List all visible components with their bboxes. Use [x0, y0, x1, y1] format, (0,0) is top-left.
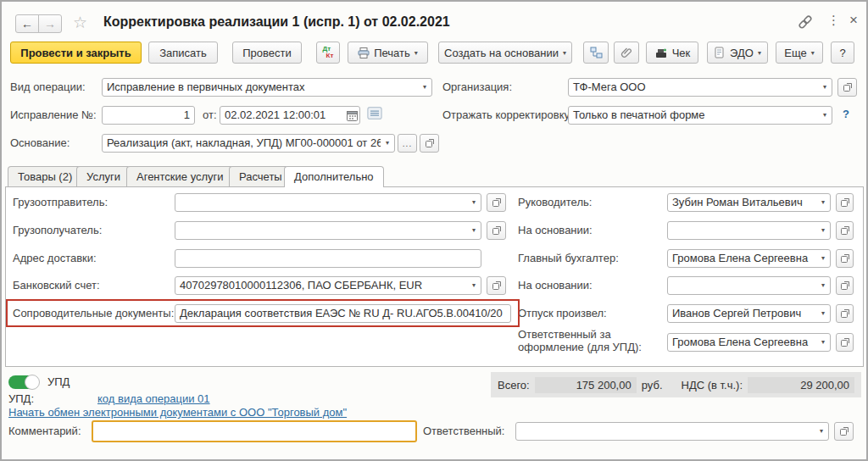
delivery-address-label: Адрес доставки: [13, 249, 97, 268]
back-arrow-icon: ← [21, 17, 33, 31]
chevron-down-icon[interactable]: ▾ [816, 250, 830, 267]
edo-button[interactable]: ЭДО ▾ [707, 42, 768, 64]
page-title: Корректировка реализации 1 (испр. 1) от … [103, 14, 450, 30]
upd-operation-code-link[interactable]: код вида операции 01 [97, 392, 210, 405]
responsible-field[interactable]: ▾ [515, 422, 829, 441]
save-button[interactable]: Записать [148, 42, 218, 64]
operation-type-field[interactable]: Исправление в первичных документах ▾ [102, 78, 432, 97]
list-icon [367, 107, 382, 119]
tab-goods[interactable]: Товары (2) [8, 166, 82, 186]
delivery-address-input[interactable] [175, 249, 481, 268]
help-button[interactable]: ? [831, 42, 854, 64]
calendar-icon[interactable] [344, 107, 359, 124]
bank-account-field[interactable]: 40702978010000112306, ПАО СБЕРБАНК, EUR … [175, 276, 481, 295]
edo-label: ЭДО [730, 47, 754, 59]
back-button[interactable]: ← [15, 14, 39, 33]
forward-button[interactable]: → [38, 14, 62, 33]
additional-tab-panel: Грузоотправитель: ▾ Грузополучатель: ▾ А… [5, 186, 864, 367]
attachments-button[interactable] [614, 42, 639, 64]
organization-value: ТФ-Мега ООО [569, 79, 818, 96]
consignor-open-button[interactable] [487, 193, 506, 212]
more-button[interactable]: Еще ▾ [776, 42, 823, 64]
get-link-button[interactable] [797, 14, 814, 33]
post-button[interactable]: Провести [232, 42, 302, 64]
post-and-close-button[interactable]: Провести и закрыть [10, 42, 142, 64]
total-label: Всего: [498, 379, 530, 392]
upd-toggle-label: УПД [47, 375, 70, 389]
chevron-down-icon[interactable]: ▾ [418, 79, 431, 96]
consignor-field[interactable]: ▾ [175, 193, 481, 212]
favorite-star-icon[interactable]: ☆ [73, 13, 87, 32]
consignor-label: Грузоотправитель: [13, 193, 108, 212]
upd-responsible-open-button[interactable] [836, 333, 854, 352]
more-dots-icon[interactable]: ⋮ [827, 13, 840, 28]
chief-accountant-value: Громова Елена Сергеевна [668, 250, 816, 267]
accompanying-documents-input[interactable]: Декларация соответствия ЕАЭС № RU Д- RU.… [175, 304, 511, 323]
tab-services[interactable]: Услуги [76, 166, 131, 186]
basis-field[interactable]: Реализация (акт, накладная, УПД) МГ00-00… [102, 134, 395, 153]
open-icon [843, 82, 853, 92]
released-by-open-button[interactable] [836, 304, 854, 323]
basis-value: Реализация (акт, накладная, УПД) МГ00-00… [103, 135, 381, 152]
chevron-down-icon[interactable]: ▾ [818, 79, 832, 96]
accountant-basis-open-button[interactable] [836, 276, 854, 295]
released-by-value: Иванов Сергей Петрович [668, 305, 816, 322]
organization-field[interactable]: ТФ-Мега ООО ▾ [568, 78, 832, 97]
open-icon [840, 337, 850, 347]
upd-responsible-value: Громова Елена Сергеевна [668, 334, 816, 351]
comment-label: Комментарий: [8, 422, 81, 441]
bank-account-open-button[interactable] [487, 276, 506, 295]
create-based-on-label: Создать на основании [444, 47, 559, 59]
consignee-open-button[interactable] [487, 221, 506, 240]
correction-number-input[interactable]: 1 [102, 106, 195, 125]
chevron-down-icon[interactable]: ▾ [816, 305, 830, 322]
dtkt-button[interactable]: Дт Кт [316, 42, 340, 64]
print-button[interactable]: Печать ▾ [348, 42, 428, 64]
chevron-down-icon[interactable]: ▾ [816, 334, 830, 351]
chevron-down-icon[interactable]: ▾ [815, 423, 828, 440]
basis-label: Основание: [10, 134, 70, 153]
tab-settlements[interactable]: Расчеты [229, 166, 292, 186]
reflect-help-icon[interactable]: ? [843, 108, 849, 120]
receipt-button[interactable]: Чек [646, 42, 698, 64]
open-icon [425, 138, 435, 148]
consignee-field[interactable]: ▾ [175, 221, 481, 240]
manager-basis-field[interactable]: ▾ [667, 221, 831, 240]
basis-open-button[interactable] [420, 134, 439, 153]
accountant-basis-field[interactable]: ▾ [667, 276, 831, 295]
chevron-down-icon[interactable]: ▾ [467, 222, 481, 239]
responsible-open-button[interactable] [834, 422, 854, 441]
tab-agent-services[interactable]: Агентские услуги [126, 166, 234, 186]
history-list-button[interactable] [367, 107, 382, 122]
manager-basis-open-button[interactable] [836, 221, 854, 240]
reflect-correction-field[interactable]: Только в печатной форме ▾ [568, 106, 832, 125]
basis-choose-button[interactable]: ... [398, 134, 417, 153]
upd-responsible-field[interactable]: Громова Елена Сергеевна ▾ [667, 333, 831, 352]
vat-value: 29 200,00 [748, 377, 854, 393]
organization-open-button[interactable] [837, 78, 857, 97]
chief-accountant-field[interactable]: Громова Елена Сергеевна ▾ [667, 249, 831, 268]
create-based-on-button[interactable]: Создать на основании ▾ [438, 42, 572, 64]
open-icon [839, 426, 849, 436]
manager-basis-label: На основании: [518, 221, 593, 240]
upd-toggle[interactable] [8, 375, 39, 389]
comment-input[interactable] [92, 420, 417, 442]
chief-accountant-open-button[interactable] [836, 249, 854, 268]
chevron-down-icon[interactable]: ▾ [816, 222, 830, 239]
manager-field[interactable]: Зубин Роман Витальевич ▾ [667, 193, 831, 212]
upd-responsible-label: Ответственный за оформление (для УПД): [518, 328, 664, 355]
close-icon[interactable]: × [849, 12, 858, 29]
manager-open-button[interactable] [836, 193, 854, 212]
date-field[interactable]: 02.02.2021 12:00:01 [220, 106, 360, 125]
tab-additional[interactable]: Дополнительно [284, 166, 384, 187]
chevron-down-icon[interactable]: ▾ [467, 277, 481, 294]
start-edo-exchange-link[interactable]: Начать обмен электронными документами с … [8, 406, 347, 419]
chevron-down-icon[interactable]: ▾ [818, 107, 832, 124]
chevron-down-icon: ▾ [758, 49, 761, 57]
chevron-down-icon[interactable]: ▾ [816, 277, 830, 294]
released-by-field[interactable]: Иванов Сергей Петрович ▾ [667, 304, 831, 323]
related-documents-button[interactable] [583, 42, 609, 64]
chevron-down-icon[interactable]: ▾ [381, 135, 394, 152]
chevron-down-icon[interactable]: ▾ [467, 194, 481, 211]
chevron-down-icon[interactable]: ▾ [816, 194, 830, 211]
